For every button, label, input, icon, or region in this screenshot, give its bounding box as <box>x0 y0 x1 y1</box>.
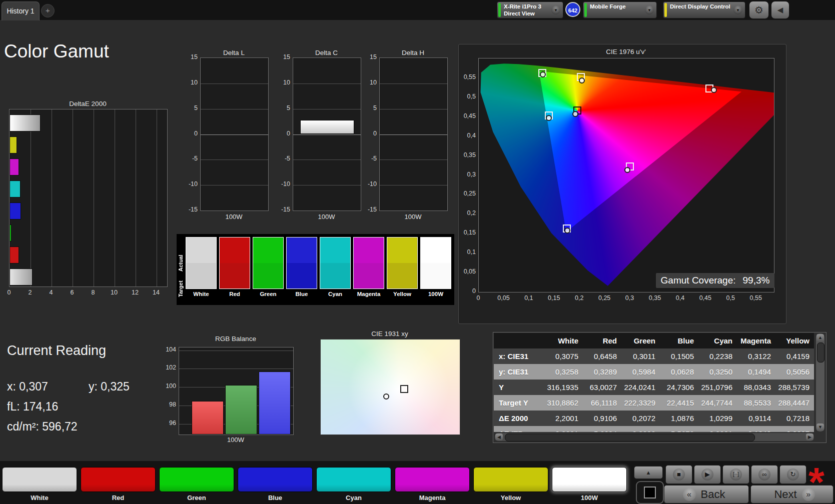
source-dropdown[interactable]: Mobile Forge ▼ <box>583 2 657 18</box>
pattern-window-icon <box>644 486 656 498</box>
range-button[interactable]: [··] <box>722 465 749 484</box>
table-vertical-scrollbar[interactable]: ▲ ▼ <box>816 334 824 432</box>
table-cell: 316,1935 <box>544 380 582 395</box>
table-cell: 66,1118 <box>582 395 621 410</box>
settings-button[interactable]: ⚙ <box>749 1 769 19</box>
cie1931-title: CIE 1931 xy <box>320 330 459 338</box>
pattern-button-100w[interactable] <box>552 467 627 492</box>
table-cell: 0,4159 <box>775 348 813 364</box>
patch-swatch-yellow <box>387 237 418 289</box>
stop-button[interactable]: ■ <box>665 465 692 484</box>
back-button[interactable]: « Back <box>664 485 749 504</box>
patch-swatch-red <box>219 237 250 289</box>
table-cell: 2,9807 <box>775 426 813 432</box>
loop-button[interactable]: ∞ <box>751 465 778 484</box>
pattern-button-blue[interactable] <box>238 467 313 492</box>
table-horizontal-scrollbar[interactable]: ◀ ▶ <box>495 433 814 441</box>
cie-x-tick: 0,35 <box>645 294 665 302</box>
up-arrow-icon: ▲ <box>646 470 651 476</box>
cie-x-tick: 0 <box>468 294 488 302</box>
deltae2000-chart-title: DeltaE 2000 <box>9 100 167 108</box>
patch-swatch-white <box>186 237 217 289</box>
current-reading-title: Current Reading <box>7 343 106 358</box>
patch-target <box>320 263 350 288</box>
back-chevron-icon: « <box>683 488 696 501</box>
x-tick-label: 4 <box>44 289 59 296</box>
pattern-button-magenta[interactable] <box>395 467 470 492</box>
x-tick-label: 2 <box>23 289 38 296</box>
table-cell: 5,5672 <box>659 426 698 432</box>
refresh-button[interactable]: ↻ <box>779 465 806 484</box>
pattern-button-label: Red <box>81 494 156 502</box>
pattern-button-label: White <box>2 494 77 502</box>
vscroll-thumb[interactable] <box>817 342 824 362</box>
cie-y-tick: 0 <box>459 288 476 294</box>
row-label: ΔE 2000 <box>494 410 544 426</box>
scroll-up-icon[interactable]: ▲ <box>816 334 824 342</box>
range-icon: [··] <box>730 468 742 480</box>
patch-swatch-magenta <box>353 237 384 289</box>
collapse-panel-button[interactable]: ◀ <box>771 1 789 19</box>
scroll-down-icon[interactable]: ▼ <box>816 424 824 431</box>
pattern-button-cyan[interactable] <box>316 467 391 492</box>
pattern-button-white[interactable] <box>2 467 77 492</box>
pattern-button-yellow[interactable] <box>473 467 548 492</box>
meter-dropdown[interactable]: X-Rite i1Pro 3 Direct View ▼ <box>497 2 563 18</box>
y-tick-label: 10 <box>275 79 290 86</box>
table-cell: 2,2001 <box>544 410 582 426</box>
patch-actual <box>421 238 451 263</box>
table-cell: 288,4447 <box>775 395 813 410</box>
patch-label: Yellow <box>386 291 418 297</box>
deltae-bar-magenta <box>10 158 19 176</box>
play-button[interactable]: ▶ <box>694 465 721 484</box>
table-corner-cell <box>494 333 544 348</box>
pattern-button-red[interactable] <box>81 467 156 492</box>
cie-x-tick: 0,45 <box>695 294 715 302</box>
patch-actual <box>253 238 283 263</box>
scroll-left-icon[interactable]: ◀ <box>495 434 503 440</box>
table-header-row: WhiteRedGreenBlueCyanMagentaYellow <box>494 333 814 348</box>
delta-chart-plot <box>379 58 448 211</box>
table-cell: 244,7744 <box>698 395 736 410</box>
delta-x-label: 100W <box>200 213 268 220</box>
back-label: Back <box>701 488 725 501</box>
table-cell: 0,0628 <box>659 364 698 380</box>
cie-x-tick: 0,4 <box>670 294 690 302</box>
pattern-window-up-button[interactable]: ▲ <box>634 466 663 479</box>
x-tick-label: 12 <box>128 289 143 296</box>
gridline <box>31 110 31 286</box>
marker-actual-magenta <box>624 167 630 173</box>
cie1931-actual-marker <box>383 394 389 400</box>
y-tick-label: 5 <box>183 104 198 112</box>
patch-actual <box>354 238 384 263</box>
y-tick-label: 10 <box>183 79 198 86</box>
gridline <box>115 110 115 286</box>
gridline <box>293 134 361 135</box>
pattern-window-button[interactable] <box>636 481 664 504</box>
deltae2000-chart: 02468101214 <box>9 109 167 299</box>
patch-swatch-green <box>253 237 284 289</box>
scroll-right-icon[interactable]: ▶ <box>806 434 813 440</box>
next-button[interactable]: Next » <box>750 485 833 504</box>
column-header: Red <box>582 333 621 348</box>
infinity-icon: ∞ <box>758 468 770 480</box>
add-tab-button[interactable]: + <box>41 4 55 18</box>
cie-y-tick: 0,5 <box>459 93 476 100</box>
gridline <box>380 134 447 135</box>
hscroll-thumb[interactable] <box>505 434 755 442</box>
gridline <box>201 185 268 186</box>
deltae-bar-cyan <box>10 180 21 198</box>
rgb-bar-red <box>192 401 224 434</box>
display-control-dropdown[interactable]: Direct Display Control ▼ <box>663 2 745 18</box>
y-tick-label: -10 <box>362 180 377 188</box>
patch-actual <box>320 238 350 263</box>
meter-count-badge: 642 <box>565 2 580 17</box>
tab-history-1[interactable]: History 1 <box>2 2 40 20</box>
pattern-button-green[interactable] <box>159 467 234 492</box>
column-header: White <box>544 333 582 348</box>
cie1976-panel: CIE 1976 u'v' 0,550,50,450,40,350,30,250… <box>458 44 786 324</box>
cie-x-tick: 0,1 <box>519 294 539 302</box>
table-cell: 0,3250 <box>698 364 736 380</box>
table-cell: 222,3329 <box>621 395 659 410</box>
column-header: Yellow <box>775 333 813 348</box>
